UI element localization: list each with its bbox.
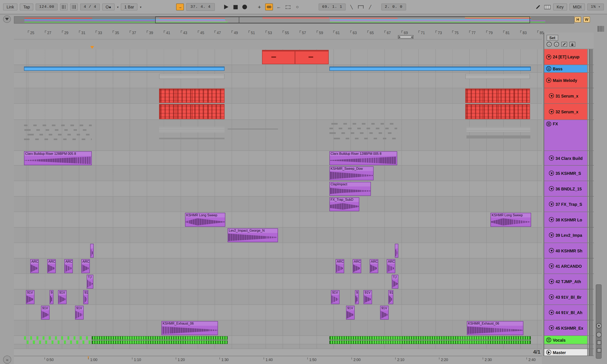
track-header-91v-ah[interactable]: 44 91V_Bl_Ah [544,305,587,320]
loop-start-handle-icon[interactable] [399,36,401,38]
back-arrow-button[interactable]: ‹ [546,42,552,47]
audio-clip[interactable]: 91 [355,290,359,304]
show-info-view-button[interactable]: ≈ [3,356,11,364]
lane-91v-ah[interactable]: 91V 91V 91V 91V [14,305,542,320]
loop-start-display[interactable]: 69. 1. 1 [319,4,346,11]
chevron-down-icon[interactable]: ▾ [140,5,141,9]
loop-switch-button[interactable] [357,4,364,11]
loop-toggle-button[interactable]: ○ [294,4,301,11]
audio-clip[interactable]: ARCA [387,259,395,273]
track-header-clarx[interactable]: 34 Clarx Build [544,151,587,165]
track-header-serum-31[interactable]: 31 Serum_x [544,88,587,104]
audio-clip[interactable]: ARCA [81,259,90,273]
audio-clip[interactable]: 91V [331,290,339,304]
audio-clip[interactable]: 91V [58,290,66,304]
fold-track-icon[interactable] [549,93,554,98]
group-midi-overview[interactable] [159,127,224,132]
fold-arrangement-button[interactable] [3,15,11,23]
bass-clip[interactable] [330,66,531,71]
track-header-kshmr-s[interactable]: 35 KSHMR_S [544,166,587,181]
audio-clip[interactable]: 91 [388,290,393,304]
track-header-vocals[interactable]: Vocals [544,336,587,344]
optimize-width-button[interactable]: W [583,17,590,23]
loop-length-display[interactable]: 2. 0. 0 [381,4,406,11]
vocal-clip[interactable] [330,340,531,344]
re-enable-automation-button[interactable]: ← [275,4,282,11]
track-header-kshmr-lo[interactable]: 38 KSHMR Lo [544,212,587,227]
midi-map-button[interactable]: MIDI [569,3,585,11]
audio-clip[interactable] [90,244,94,258]
link-button[interactable]: Link [3,3,17,11]
fold-track-icon[interactable] [549,186,554,191]
bass-clip[interactable] [24,66,224,71]
audio-clip[interactable]: KSHMR Long Sweep [185,213,225,227]
nudge-up-button[interactable] [70,4,78,11]
audio-clip[interactable]: 91V [41,306,50,320]
lane-bass[interactable] [14,65,542,73]
vocal-clip[interactable] [24,340,92,344]
cpu-load-meter[interactable]: 1% ▾ [587,4,604,11]
lane-kshmr-sweep[interactable]: KSHMR_Sweep_Dow [14,166,542,181]
fold-track-icon[interactable] [549,325,554,330]
fold-track-icon[interactable] [549,171,554,176]
track-header-master[interactable]: Master [544,349,587,356]
group-midi-overview[interactable] [466,127,530,132]
io-section-toggle[interactable] [596,323,602,329]
vocal-clip[interactable] [92,340,228,344]
lane-arcando[interactable]: ARCA ARCA ARCA ARCA ARCA ARCA ARCA ARCA [14,259,542,274]
fold-track-icon[interactable] [546,54,551,59]
mixer-sections-icon[interactable] [598,26,604,32]
tempo-display[interactable]: 124.00 [36,4,58,11]
lane-kshmr-short[interactable] [14,243,542,258]
track-header-bass[interactable]: Bass [544,65,587,72]
audio-clip[interactable]: TJ [87,275,93,289]
track-header-layup[interactable]: 24 [ET] Layup [544,49,587,65]
capture-midi-button[interactable] [265,4,273,11]
audio-clip[interactable]: ARCA [353,259,361,273]
audio-clip[interactable]: ARCA [47,259,56,273]
audio-clip[interactable]: 91V [380,306,389,320]
arrangement-position-display[interactable]: 37. 4. 4 [186,3,215,11]
lane-subdrop[interactable]: FX_Trap_SubD [14,196,542,212]
fold-track-icon[interactable] [546,78,551,83]
lock-button[interactable] [569,42,575,47]
fold-track-icon[interactable] [549,248,554,253]
quantize-menu[interactable]: 1 Bar [121,3,138,11]
play-button[interactable] [223,4,229,11]
track-header-serum-32[interactable]: 32 Serum_x [544,104,587,119]
vocal-clip[interactable] [92,336,228,340]
lane-tjmp[interactable]: TJ TJ [14,274,542,289]
audio-clip[interactable]: 91V [26,290,34,304]
punch-region-button[interactable] [285,4,291,11]
group-midi-overview[interactable] [466,135,530,139]
audio-clip[interactable]: Lev2_Impact_George_N [228,228,278,242]
lane-vocals[interactable] [14,336,542,344]
crossfade-section-toggle[interactable] [597,348,601,352]
track-header-fx-trap[interactable]: 37 FX_Trap_S [544,196,587,212]
arrangement-overview[interactable] [14,16,574,24]
lane-exhaust[interactable]: KSHMR_Exhaust_06 KSHMR_Exhaust_06 [14,320,542,336]
midi-clip[interactable] [465,89,530,103]
returns-section-toggle[interactable] [597,340,601,345]
loop-end-handle-icon[interactable] [411,36,413,38]
nudge-down-button[interactable] [60,4,68,11]
midi-clip[interactable] [465,104,530,119]
fold-track-icon[interactable] [549,156,554,160]
vocal-clip[interactable] [24,336,92,340]
fold-track-icon[interactable] [549,279,554,284]
midi-clip[interactable] [295,50,329,64]
overview-visible-region[interactable] [155,17,530,23]
audio-clip[interactable]: KSHMR_Exhaust_06 [467,321,523,335]
lane-lev2-impact[interactable]: Lev2_Impact_George_N [14,228,542,243]
stop-button[interactable] [232,4,239,11]
audio-clip[interactable]: ARCA [370,259,378,273]
unfold-group-icon[interactable] [546,338,551,342]
audio-clip[interactable] [395,244,398,258]
group-clip-overview[interactable] [159,74,224,79]
audio-clip[interactable]: KSHMR_Sweep_Dow [330,166,373,180]
lane-91v-br[interactable]: 91V 91 91V 91 91V 91 91V 91 [14,289,542,305]
lane-clapimpact[interactable]: ClapImpact [14,181,542,196]
edit-button[interactable] [561,42,567,47]
insert-marker-icon[interactable] [90,46,94,49]
audio-clip[interactable]: TJ [392,275,398,289]
